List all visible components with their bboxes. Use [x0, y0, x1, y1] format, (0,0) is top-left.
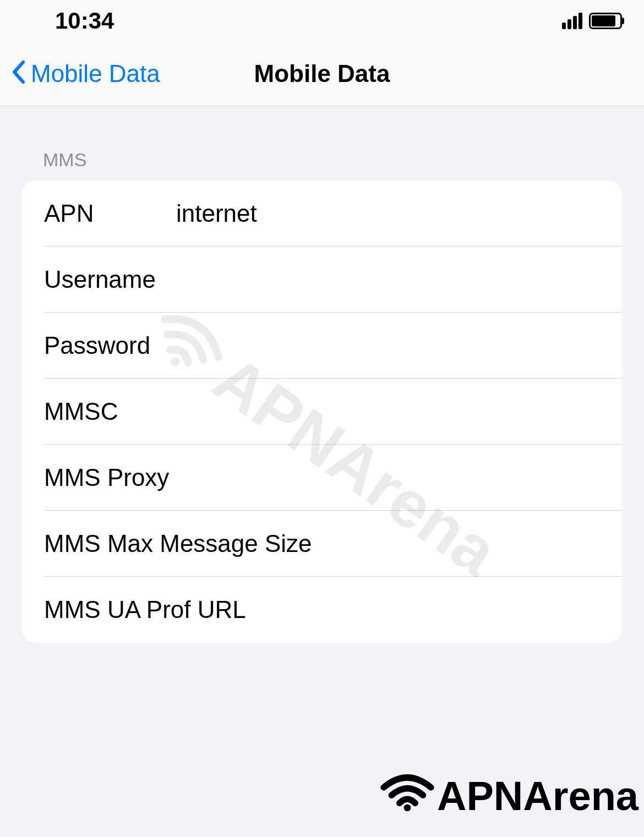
mms-proxy-row[interactable]: MMS Proxy: [22, 445, 622, 511]
status-bar: 10:34: [0, 0, 644, 41]
username-row[interactable]: Username: [22, 247, 622, 313]
apn-label: APN: [44, 200, 176, 227]
apn-input[interactable]: [176, 200, 600, 227]
mmsc-label: MMSC: [44, 398, 176, 425]
status-time: 10:34: [55, 8, 114, 34]
logo-text: APNArena: [437, 773, 638, 819]
mmsc-row[interactable]: MMSC: [22, 379, 622, 445]
username-label: Username: [44, 266, 176, 293]
section-header-mms: MMS: [0, 106, 644, 180]
mms-ua-prof-row[interactable]: MMS UA Prof URL: [22, 577, 622, 643]
apn-row[interactable]: APN: [22, 180, 622, 247]
back-label: Mobile Data: [31, 60, 160, 87]
mmsc-input[interactable]: [176, 398, 600, 425]
mms-proxy-input[interactable]: [298, 464, 600, 491]
page-title: Mobile Data: [254, 60, 390, 87]
content: MMS APN Username Password MMSC MMS Proxy: [0, 106, 644, 643]
mms-proxy-label: MMS Proxy: [44, 464, 298, 491]
mms-max-size-row[interactable]: MMS Max Message Size: [22, 511, 622, 577]
nav-bar: Mobile Data Mobile Data: [0, 41, 644, 106]
svg-point-1: [404, 805, 411, 811]
username-input[interactable]: [176, 266, 600, 293]
logo: APNArena: [380, 772, 638, 820]
password-input[interactable]: [176, 332, 600, 359]
battery-icon: [589, 13, 622, 29]
chevron-back-icon: [11, 58, 26, 89]
mms-max-size-label: MMS Max Message Size: [44, 530, 600, 557]
password-row[interactable]: Password: [22, 313, 622, 379]
mms-ua-prof-label: MMS UA Prof URL: [44, 596, 600, 623]
back-button[interactable]: Mobile Data: [0, 58, 160, 89]
status-icons: [562, 13, 622, 29]
password-label: Password: [44, 332, 176, 359]
signal-icon: [562, 13, 582, 29]
wifi-icon: [380, 772, 435, 820]
settings-group: APN Username Password MMSC MMS Proxy MMS…: [22, 180, 622, 643]
